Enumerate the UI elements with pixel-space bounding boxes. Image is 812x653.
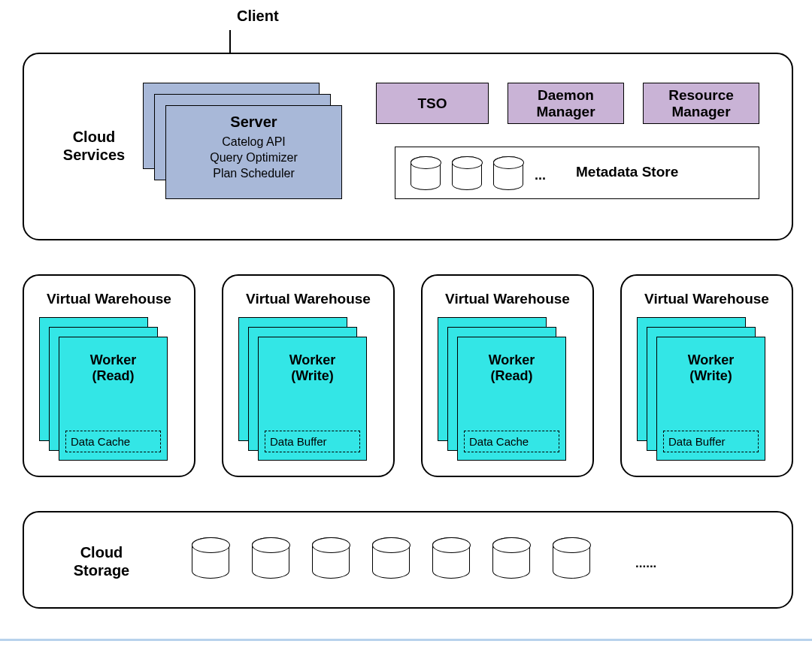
- virtual-warehouse: Virtual Warehouse Worker (Write) Data Bu…: [222, 274, 395, 477]
- worker-inner-box: Data Cache: [65, 431, 161, 452]
- worker-box: Worker (Write) Data Buffer: [258, 337, 367, 461]
- server-title: Server: [166, 113, 341, 131]
- worker-title: Worker (Read): [458, 352, 565, 383]
- vw-title: Virtual Warehouse: [24, 291, 194, 307]
- worker-title: Worker (Read): [59, 352, 167, 383]
- worker-box: Worker (Read) Data Cache: [457, 337, 566, 461]
- db-icon: [493, 156, 523, 190]
- ellipsis: ......: [635, 556, 656, 571]
- worker-inner-box: Data Buffer: [265, 431, 360, 452]
- db-icon: [432, 537, 470, 579]
- resource-manager-box: Resource Manager: [643, 83, 759, 124]
- server-line-0: Catelog API: [166, 135, 341, 150]
- db-icon: [411, 156, 441, 190]
- db-icon: [492, 537, 530, 579]
- vw-title: Virtual Warehouse: [223, 291, 393, 307]
- footer-rule: [0, 639, 812, 641]
- daemon-manager-box: Daemon Manager: [508, 83, 624, 124]
- worker-inner-box: Data Cache: [464, 431, 559, 452]
- worker-title: Worker (Write): [259, 352, 366, 383]
- server-line-2: Plan Scheduler: [166, 166, 341, 182]
- virtual-warehouse: Virtual Warehouse Worker (Read) Data Cac…: [421, 274, 594, 477]
- virtual-warehouse: Virtual Warehouse Worker (Write) Data Bu…: [620, 274, 793, 477]
- metadata-store-box: ... Metadata Store: [395, 147, 759, 199]
- virtual-warehouse: Virtual Warehouse Worker (Read) Data Cac…: [23, 274, 195, 477]
- vw-title: Virtual Warehouse: [423, 291, 592, 307]
- cloud-services-label: Cloud Services: [49, 128, 139, 164]
- worker-title: Worker (Write): [657, 352, 765, 383]
- vw-title: Virtual Warehouse: [622, 291, 792, 307]
- db-icon: [252, 537, 289, 579]
- ellipsis: ...: [535, 168, 546, 183]
- server-line-1: Query Optimizer: [166, 150, 341, 166]
- cloud-storage-label: Cloud Storage: [56, 543, 147, 579]
- worker-box: Worker (Write) Data Buffer: [656, 337, 765, 461]
- db-icon: [553, 537, 590, 579]
- db-icon: [452, 156, 482, 190]
- metadata-store-label: Metadata Store: [576, 164, 678, 180]
- worker-box: Worker (Read) Data Cache: [59, 337, 168, 461]
- client-label: Client: [237, 8, 279, 25]
- tso-box: TSO: [376, 83, 489, 124]
- worker-inner-box: Data Buffer: [663, 431, 759, 452]
- db-icon: [192, 537, 229, 579]
- db-icon: [372, 537, 410, 579]
- diagram-canvas: Client Cloud Services Server Catelog API…: [23, 0, 793, 631]
- server-box: Server Catelog API Query Optimizer Plan …: [165, 105, 342, 199]
- db-icon: [312, 537, 350, 579]
